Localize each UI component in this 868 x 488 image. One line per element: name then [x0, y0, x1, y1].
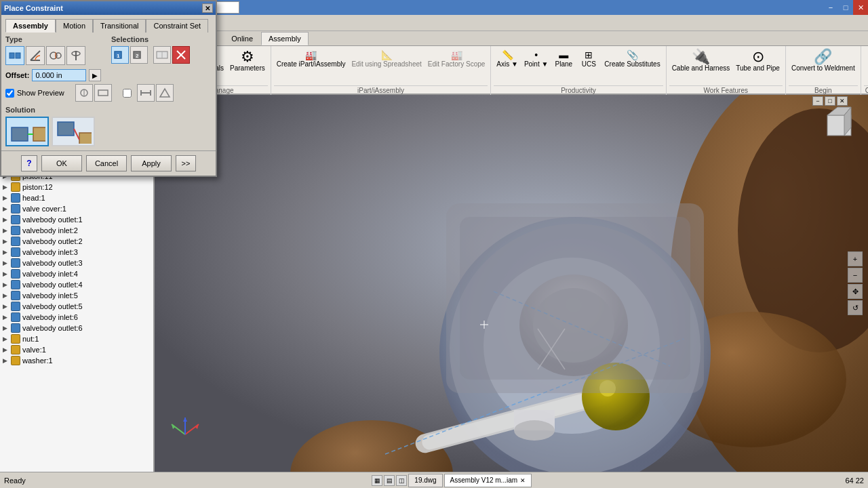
edit-spreadsheet-button[interactable]: 📐 Edit using Spreadsheet — [349, 47, 424, 70]
tree-item-icon — [11, 302, 20, 311]
point-icon: • — [534, 49, 538, 60]
solution-2-button[interactable] — [52, 117, 95, 146]
substitutes-label: Create Substitutes — [604, 60, 660, 68]
tree-item[interactable]: ▶ head:1 — [0, 192, 153, 203]
orbit-button[interactable]: ↺ — [848, 300, 863, 315]
tree-item[interactable]: ▶ valvebody outlet:6 — [0, 323, 153, 333]
viewport-close[interactable]: ✕ — [837, 96, 848, 106]
dialog-tab-constraint-set[interactable]: Constraint Set — [146, 19, 208, 33]
close-button[interactable]: ✕ — [853, 0, 868, 15]
extra-icon-4[interactable] — [156, 84, 174, 102]
tree-item[interactable]: ▶ valve:1 — [0, 344, 153, 355]
offset-row: Offset: ▶ — [5, 69, 212, 81]
3d-viewport[interactable]: + − ✥ ↺ − □ ✕ — [155, 95, 868, 472]
extra-icon-2[interactable] — [94, 84, 112, 102]
offset-arrow-button[interactable]: ▶ — [89, 69, 101, 81]
edit-spreadsheet-icon: 📐 — [381, 49, 393, 60]
ucs-button[interactable]: ⊞ UCS — [576, 47, 601, 70]
cable-harness-label: Cable and Harness — [672, 64, 730, 73]
mate-button[interactable] — [5, 46, 24, 65]
edit-factory-icon: 🏭 — [451, 49, 462, 60]
dialog-tab-motion[interactable]: Motion — [56, 19, 93, 33]
tree-item[interactable]: ▶ valvebody outlet:2 — [0, 236, 153, 247]
pan-button[interactable]: ✥ — [848, 284, 863, 299]
dialog-tab-assembly[interactable]: Assembly — [5, 19, 56, 33]
create-substitutes-button[interactable]: 📎 Create Substitutes — [601, 47, 663, 70]
convert-weldment-button[interactable]: 🔗 Convert to Weldment — [789, 47, 858, 75]
status-tab-close[interactable]: ✕ — [520, 477, 526, 484]
spacer — [149, 46, 152, 64]
extra-icon-1[interactable] — [75, 84, 93, 102]
status-icon-2[interactable]: ▤ — [384, 475, 395, 486]
substitutes-icon: 📎 — [627, 49, 638, 60]
status-icon-1[interactable]: ▦ — [372, 475, 382, 486]
selection-1-button[interactable]: 1 — [111, 46, 129, 64]
ribbon-group-iassembly: 🏭 Create iPart/iAssembly 📐 Edit using Sp… — [271, 46, 492, 95]
tree-item[interactable]: ▶ valvebody outlet:3 — [0, 258, 153, 268]
angle-button[interactable] — [26, 46, 45, 65]
point-button[interactable]: • Point ▼ — [521, 47, 551, 70]
tree-item-label: valvebody outlet:3 — [22, 259, 83, 267]
dialog-title: Place Constraint — [4, 4, 202, 12]
ribbon-tab-assembly[interactable]: Assembly — [261, 32, 309, 45]
viewport-minimize[interactable]: − — [812, 96, 823, 106]
create-iassembly-button[interactable]: 🏭 Create iPart/iAssembly — [274, 47, 349, 70]
more-button[interactable]: >> — [176, 155, 196, 171]
preview-label: Show Preview — [17, 89, 64, 97]
selection-extra-1[interactable] — [153, 46, 171, 64]
tree-item[interactable]: ▶ valvebody inlet:3 — [0, 247, 153, 258]
insert-button[interactable] — [66, 46, 85, 65]
plane-button[interactable]: ▬ Plane — [551, 47, 576, 70]
dialog-titlebar[interactable]: Place Constraint ✕ — [1, 1, 216, 15]
tree-item[interactable]: ▶ valvebody inlet:6 — [0, 312, 153, 323]
help-button[interactable]: ? — [21, 155, 37, 171]
solution-1-button[interactable] — [5, 117, 49, 146]
solution-label: Solution — [5, 106, 212, 114]
tree-item[interactable]: ▶ piston:12 — [0, 182, 153, 192]
selection-2-button[interactable]: 2 — [130, 46, 148, 64]
tree-item-icon — [11, 258, 20, 268]
status-text: Ready — [4, 476, 58, 485]
ribbon-group-begin-btns: 🔗 Convert to Weldment — [789, 46, 858, 85]
minimize-button[interactable]: − — [823, 0, 838, 15]
tree-item[interactable]: ▶ valvebody outlet:1 — [0, 214, 153, 225]
offset-input[interactable] — [32, 69, 86, 81]
zoom-out-button[interactable]: − — [848, 268, 863, 283]
dialog-close-button[interactable]: ✕ — [202, 3, 213, 13]
preview-checkbox[interactable] — [5, 89, 14, 98]
viewport-maximize[interactable]: □ — [825, 96, 835, 106]
edit-factory-button[interactable]: 🏭 Edit Factory Scope — [425, 47, 488, 70]
tree-item[interactable]: ▶ valvebody inlet:2 — [0, 225, 153, 236]
tree-item[interactable]: ▶ valvebody outlet:4 — [0, 279, 153, 290]
status-tab-dwg[interactable]: 19.dwg — [408, 474, 442, 487]
svg-text:2: 2 — [136, 53, 139, 59]
tree-item[interactable]: ▶ valve cover:1 — [0, 203, 153, 214]
restore-button[interactable]: □ — [838, 0, 853, 15]
ribbon-tab-online[interactable]: Online — [224, 32, 260, 45]
svg-text:1: 1 — [117, 53, 120, 59]
parameters-button[interactable]: ⚙ Parameters — [227, 47, 268, 75]
apply-button[interactable]: Apply — [131, 155, 172, 171]
tree-item[interactable]: ▶ nut:1 — [0, 333, 153, 344]
extra-icon-3[interactable] — [137, 84, 155, 102]
zoom-in-button[interactable]: + — [848, 251, 863, 266]
dialog-tab-transitional[interactable]: Transitional — [93, 19, 146, 33]
tube-pipe-button[interactable]: ⊙ Tube and Pipe — [733, 47, 783, 75]
cancel-button[interactable]: Cancel — [86, 155, 127, 171]
status-tab-iam[interactable]: Assembly V12 m...iam ✕ — [444, 474, 532, 487]
status-icon-3[interactable]: ◫ — [396, 475, 407, 486]
tree-item[interactable]: ▶ valvebody outlet:5 — [0, 301, 153, 312]
ok-button[interactable]: OK — [41, 155, 82, 171]
alt-checkbox[interactable] — [123, 89, 132, 98]
cable-harness-button[interactable]: 🔌 Cable and Harness — [669, 47, 733, 75]
tangent-button[interactable] — [46, 46, 65, 65]
tree-item-label: valvebody outlet:5 — [22, 302, 83, 310]
ribbon-group-productivity-label: Productivity — [494, 85, 663, 95]
tree-item[interactable]: ▶ valvebody inlet:5 — [0, 290, 153, 301]
tree-item[interactable]: ▶ valvebody inlet:4 — [0, 268, 153, 279]
axis-button[interactable]: 📏 Axis ▼ — [494, 47, 521, 70]
orientation-cube[interactable] — [821, 102, 861, 142]
selection-extra-2[interactable] — [172, 46, 190, 64]
tree-item[interactable]: ▶ washer:1 — [0, 355, 153, 366]
ribbon-group-work-features: 🔌 Cable and Harness ⊙ Tube and Pipe Work… — [667, 46, 786, 95]
